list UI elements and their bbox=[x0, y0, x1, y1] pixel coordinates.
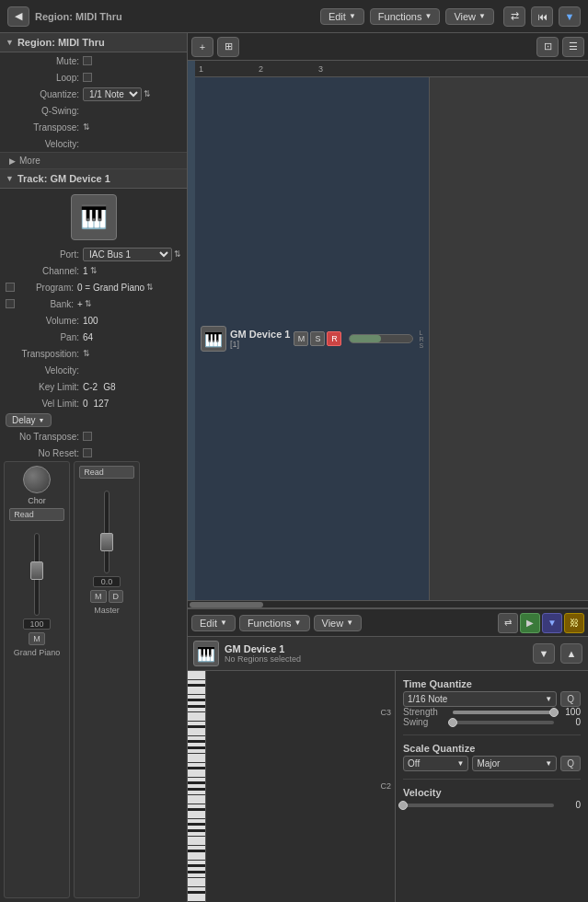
port-select[interactable]: IAC Bus 1 bbox=[83, 248, 172, 261]
arrange-empty bbox=[430, 77, 588, 600]
time-quantize-section: Time Quantize 1/16 Note ▼ Q Strength bbox=[403, 678, 581, 727]
track-section-header[interactable]: ▼ Track: GM Device 1 bbox=[0, 169, 187, 189]
bank-checkbox[interactable] bbox=[6, 299, 15, 308]
channel-1-fader-thumb[interactable] bbox=[30, 561, 43, 580]
view-button[interactable]: View ▼ bbox=[445, 8, 494, 25]
pr-functions-label: Functions bbox=[248, 618, 292, 629]
pr-functions-btn[interactable]: Functions ▼ bbox=[239, 615, 310, 631]
channel-label: Channel: bbox=[6, 266, 79, 276]
channel-2-d-btn[interactable]: D bbox=[109, 590, 124, 603]
track-icon[interactable]: 🎹 bbox=[71, 194, 117, 240]
filter-icon-btn[interactable]: ▼ bbox=[559, 6, 581, 27]
mute-checkbox[interactable] bbox=[83, 56, 92, 65]
scale-major-chevron-icon: ▼ bbox=[545, 759, 552, 768]
m-btn[interactable]: M bbox=[294, 331, 308, 346]
velocity-label-region: Velocity: bbox=[6, 139, 79, 149]
quantize-select[interactable]: 1/1 Note bbox=[83, 87, 142, 101]
keylimit-row: Key Limit: C-2 G8 bbox=[0, 378, 187, 395]
volume-slider-arrange[interactable] bbox=[349, 334, 413, 343]
velocity-thumb[interactable] bbox=[398, 801, 408, 810]
main-layout: ▼ Region: MIDI Thru Mute: Loop: Quantize… bbox=[0, 33, 588, 902]
noreset-checkbox[interactable] bbox=[83, 448, 92, 457]
scale-off-select[interactable]: Off ▼ bbox=[403, 756, 468, 771]
arrange-track-content: 1 2 3 🎹 GM Device 1 [1] bbox=[188, 61, 588, 600]
arrange-scrollbar[interactable] bbox=[188, 600, 588, 607]
add-track-btn[interactable]: + bbox=[191, 37, 213, 57]
more-row[interactable]: ▶ More bbox=[0, 152, 187, 169]
notranspose-row: No Transpose: bbox=[0, 428, 187, 445]
velocity-section: Velocity 0 bbox=[403, 787, 581, 810]
note-grid-area: C3 C2 bbox=[206, 671, 395, 902]
divider-1 bbox=[403, 734, 581, 735]
pr-link2-icon: ⛓ bbox=[570, 618, 579, 628]
functions-button[interactable]: Functions ▼ bbox=[370, 8, 441, 25]
swing-thumb[interactable] bbox=[448, 718, 457, 727]
pr-down-btn[interactable]: ▼ bbox=[533, 643, 555, 664]
loop-row: Loop: bbox=[0, 69, 187, 86]
velocity-title: Velocity bbox=[403, 787, 581, 798]
back-button[interactable]: ◀ bbox=[7, 6, 29, 27]
scale-major-select[interactable]: Major ▼ bbox=[472, 756, 557, 771]
transposition-arrows-icon: ⇅ bbox=[83, 349, 90, 358]
time-q-btn[interactable]: Q bbox=[560, 691, 581, 707]
pr-play-btn[interactable]: ▶ bbox=[520, 613, 540, 633]
pr-link2-btn[interactable]: ⛓ bbox=[564, 613, 584, 633]
channel-strip-2: Read 0.0 M D bbox=[74, 461, 140, 898]
arrange-icon1: ⊡ bbox=[544, 40, 552, 52]
mixer-section: Chor Read 100 M Grand bbox=[0, 457, 187, 902]
scale-q-btn[interactable]: Q bbox=[560, 756, 581, 771]
region-properties: Mute: Loop: Quantize: 1/1 Note ⇅ Q-Swing… bbox=[0, 52, 187, 152]
strength-slider[interactable] bbox=[453, 711, 554, 714]
pr-filter-btn[interactable]: ▼ bbox=[542, 613, 562, 633]
s-btn[interactable]: S bbox=[310, 331, 325, 346]
volume-row: Volume: 100 bbox=[0, 312, 187, 329]
arrange-icon1-btn[interactable]: ⊡ bbox=[536, 37, 559, 57]
track-section-title: Track: GM Device 1 bbox=[17, 173, 110, 184]
track-properties: Port: IAC Bus 1 ⇅ Channel: 1 ⇅ Program: … bbox=[0, 246, 187, 457]
velocity-slider[interactable] bbox=[403, 804, 554, 807]
track-arrange-name: GM Device 1 bbox=[230, 329, 290, 340]
transposition-label: Transposition: bbox=[6, 349, 79, 359]
more-label: More bbox=[19, 156, 40, 166]
program-checkbox[interactable] bbox=[6, 283, 15, 292]
loop-checkbox[interactable] bbox=[83, 73, 92, 82]
scale-off-chevron-icon: ▼ bbox=[456, 759, 464, 768]
channel-1-read-btn[interactable]: Read bbox=[9, 508, 63, 521]
channel-1-knob[interactable] bbox=[23, 466, 51, 493]
swing-value: 0 bbox=[558, 717, 581, 727]
link-icon-btn[interactable]: ⇄ bbox=[503, 6, 525, 27]
time-quantize-select[interactable]: 1/16 Note ▼ bbox=[403, 691, 557, 707]
track-icon-area: 🎹 bbox=[0, 189, 187, 246]
swing-row: Swing 0 bbox=[403, 717, 581, 727]
channel-2-mute-btn[interactable]: M bbox=[90, 590, 107, 603]
right-panel: + ⊞ ⊡ ☰ bbox=[188, 33, 588, 902]
region-section-header[interactable]: ▼ Region: MIDI Thru bbox=[0, 33, 187, 52]
timeline-wrapper: 1 2 3 🎹 GM Device 1 [1] bbox=[195, 61, 588, 600]
delay-button[interactable]: Delay ▼ bbox=[6, 413, 52, 427]
channel-value: 1 bbox=[83, 266, 88, 276]
channel-2-read-btn[interactable]: Read bbox=[79, 466, 133, 479]
arrange-icon2-btn[interactable]: ☰ bbox=[562, 37, 584, 57]
pr-link-btn[interactable]: ⇄ bbox=[498, 613, 518, 633]
rewind-icon-btn[interactable]: ⏮ bbox=[531, 6, 553, 27]
pr-view-btn[interactable]: View ▼ bbox=[314, 615, 363, 631]
strength-thumb[interactable] bbox=[549, 708, 559, 717]
scrollbar-thumb[interactable] bbox=[190, 602, 263, 607]
scale-off-value: Off bbox=[408, 758, 420, 769]
pr-edit-btn[interactable]: Edit ▼ bbox=[191, 615, 236, 631]
track-header-left bbox=[188, 61, 195, 600]
add-region-btn[interactable]: ⊞ bbox=[217, 37, 239, 57]
edit-button[interactable]: Edit ▼ bbox=[320, 8, 364, 25]
pr-up-btn[interactable]: ▲ bbox=[560, 643, 582, 664]
swing-slider[interactable] bbox=[453, 721, 554, 724]
r-btn[interactable]: R bbox=[327, 331, 341, 346]
channel-2-fader-thumb[interactable] bbox=[100, 533, 113, 551]
program-row: Program: 0 = Grand Piano ⇅ bbox=[0, 279, 187, 295]
channel-1-mute-btn[interactable]: M bbox=[29, 632, 45, 645]
notranspose-checkbox[interactable] bbox=[83, 432, 92, 441]
keylimit-to: G8 bbox=[103, 382, 115, 392]
edit-chevron-icon: ▼ bbox=[349, 12, 356, 20]
add-icon: + bbox=[200, 41, 205, 52]
functions-chevron-icon: ▼ bbox=[425, 12, 432, 20]
pr-edit-label: Edit bbox=[200, 618, 217, 629]
